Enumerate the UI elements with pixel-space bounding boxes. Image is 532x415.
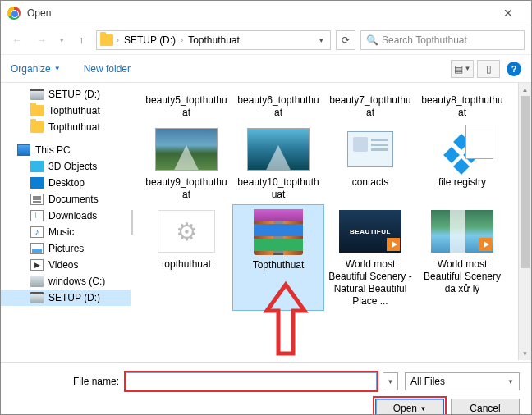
sidebar-item[interactable]: windows (C:) <box>1 273 131 290</box>
preview-pane-button[interactable]: ▯ <box>477 60 500 78</box>
open-button[interactable]: Open ▼ <box>375 399 444 415</box>
file-thumbnail: ⚙ <box>154 208 219 255</box>
splitter[interactable] <box>131 83 134 362</box>
sidebar-item-label: Pictures <box>48 243 84 254</box>
sidebar-item[interactable]: Topthuthuat <box>1 103 131 119</box>
vid-icon: ▶ <box>30 259 44 271</box>
history-dropdown[interactable]: ▾ <box>57 36 66 44</box>
help-button[interactable]: ? <box>507 62 521 76</box>
file-item[interactable]: beauty9_topthuthuat <box>140 122 232 204</box>
search-placeholder: Search Topthuthuat <box>382 34 467 46</box>
down-icon <box>30 210 44 221</box>
view-mode-button[interactable]: ▤ ▼ <box>451 60 474 78</box>
sidebar-item[interactable]: This PC <box>1 142 131 158</box>
organize-menu[interactable]: Organize▼ <box>11 63 61 75</box>
file-name-label: beauty10_topthuthuat <box>236 176 321 201</box>
sidebar-item-label: windows (C:) <box>48 276 105 287</box>
file-name-label: file registry <box>438 176 486 189</box>
sidebar-item-label: Downloads <box>48 210 97 221</box>
sidebar-item[interactable]: Pictures <box>1 240 131 257</box>
pic-icon <box>30 243 44 254</box>
cancel-button[interactable]: Cancel <box>451 399 520 415</box>
chevron-down-icon[interactable]: ▾ <box>316 36 327 44</box>
search-input[interactable]: 🔍 Search Topthuthuat <box>360 30 525 50</box>
file-thumbnail <box>337 208 403 255</box>
path-segment[interactable]: Topthuthuat <box>186 34 241 46</box>
sidebar-item[interactable]: ▶Videos <box>1 257 131 273</box>
sidebar-item-label: Music <box>48 226 74 238</box>
search-icon: 🔍 <box>366 34 378 46</box>
win-icon <box>30 276 44 287</box>
file-type-filter[interactable]: All Files▼ <box>405 372 520 390</box>
sidebar-item-label: SETUP (D:) <box>48 89 100 100</box>
file-name-label: topthuthuat <box>162 258 211 271</box>
scroll-down-button[interactable]: ▼ <box>519 347 531 360</box>
file-thumbnail <box>245 208 311 256</box>
file-name-label: contacts <box>352 176 389 189</box>
file-thumbnail <box>154 125 219 173</box>
chevron-right-icon[interactable]: › <box>181 36 183 44</box>
file-name-label: beauty8_topthuthuat <box>420 94 505 119</box>
file-list: beauty5_topthuthuatbeauty6_topthuthuatbe… <box>134 83 531 362</box>
sidebar-item-label: 3D Objects <box>48 161 97 172</box>
sidebar-item-label: Topthuthuat <box>48 121 100 133</box>
folder-icon <box>100 34 113 46</box>
chevron-down-icon: ▼ <box>54 65 61 72</box>
sidebar-item-label: SETUP (D:) <box>48 292 100 303</box>
file-item[interactable]: Topthuthuat <box>232 204 324 311</box>
file-thumbnail <box>245 125 311 173</box>
chevron-down-icon: ▼ <box>507 378 514 385</box>
sidebar-item-label: Topthuthuat <box>48 105 100 116</box>
file-name-label: beauty9_topthuthuat <box>144 176 229 201</box>
address-bar[interactable]: › SETUP (D:) › Topthuthuat ▾ <box>96 30 331 50</box>
chevron-right-icon[interactable]: › <box>117 36 119 44</box>
file-name-label: beauty7_topthuthuat <box>328 94 413 119</box>
nav-back-button[interactable]: ← <box>7 30 27 50</box>
nav-up-button[interactable]: ↑ <box>71 30 91 50</box>
close-button[interactable]: ✕ <box>492 7 525 20</box>
refresh-button[interactable]: ⟳ <box>336 30 355 50</box>
drive-icon <box>30 292 44 303</box>
sidebar-item[interactable]: 3D Objects <box>1 158 131 175</box>
file-thumbnail <box>429 208 495 255</box>
file-item[interactable]: beauty7_topthuthuat <box>324 86 416 122</box>
sidebar-item[interactable]: Topthuthuat <box>1 119 131 135</box>
file-thumbnail <box>429 125 495 173</box>
file-item[interactable]: World most Beautiful Scenery đã xử lý <box>416 204 508 311</box>
3d-icon <box>30 161 44 172</box>
folder-icon <box>30 121 44 133</box>
file-item[interactable]: ⚙topthuthuat <box>140 204 232 311</box>
scroll-up-button[interactable]: ▲ <box>519 83 531 96</box>
desk-icon <box>30 177 44 189</box>
folder-icon <box>30 105 44 116</box>
sidebar-item[interactable]: Desktop <box>1 175 131 191</box>
file-item[interactable]: beauty5_topthuthuat <box>140 86 232 122</box>
nav-forward-button[interactable]: → <box>32 30 52 50</box>
sidebar-item[interactable]: ♪Music <box>1 224 131 240</box>
file-item[interactable]: World most Beautiful Scenery - Natural B… <box>324 204 416 311</box>
file-item[interactable]: beauty6_topthuthuat <box>232 86 324 122</box>
new-folder-button[interactable]: New folder <box>84 63 131 75</box>
scrollbar[interactable]: ▲ ▼ <box>518 83 531 360</box>
filename-input[interactable] <box>126 372 377 390</box>
file-item[interactable]: file registry <box>416 122 508 204</box>
file-thumbnail <box>154 89 219 91</box>
sidebar-item[interactable]: Documents <box>1 191 131 208</box>
doc-icon <box>30 194 44 205</box>
sidebar-item[interactable]: SETUP (D:) <box>1 290 131 306</box>
file-name-label: World most Beautiful Scenery - Natural B… <box>328 258 413 308</box>
chrome-icon <box>7 7 21 20</box>
sidebar-item-label: This PC <box>35 144 71 156</box>
sidebar-item[interactable]: SETUP (D:) <box>1 86 131 103</box>
scroll-thumb[interactable] <box>521 96 530 268</box>
file-item[interactable]: contacts <box>324 122 416 204</box>
navigation-tree: SETUP (D:)TopthuthuatTopthuthuatThis PC3… <box>1 83 131 362</box>
file-name-label: beauty6_topthuthuat <box>236 94 321 119</box>
file-name-label: World most Beautiful Scenery đã xử lý <box>420 258 505 295</box>
filename-history-dropdown[interactable]: ▼ <box>383 372 398 390</box>
file-item[interactable]: beauty10_topthuthuat <box>232 122 324 204</box>
file-item[interactable]: beauty8_topthuthuat <box>416 86 508 122</box>
sidebar-item[interactable]: Downloads <box>1 208 131 224</box>
window-title: Open <box>27 7 492 19</box>
path-segment[interactable]: SETUP (D:) <box>122 34 177 46</box>
